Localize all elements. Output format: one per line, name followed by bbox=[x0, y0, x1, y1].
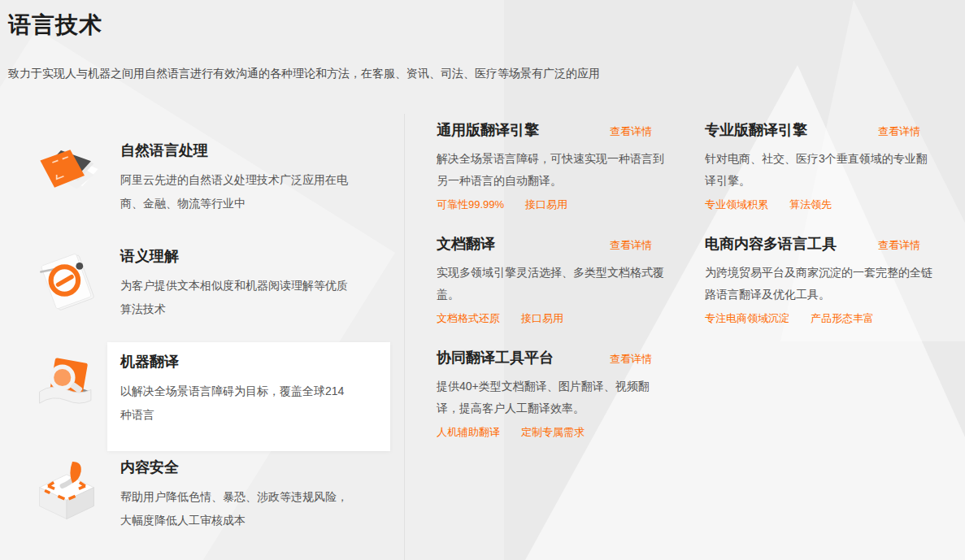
category-title: 自然语言处理 bbox=[120, 141, 377, 160]
product-header: 专业版翻译引擎 查看详情 bbox=[705, 120, 920, 140]
category-title: 语义理解 bbox=[120, 246, 377, 266]
category-desc: 为客户提供文本相似度和机器阅读理解等优质算法技术 bbox=[120, 274, 351, 321]
category-text-card: 机器翻译 以解决全场景语言障碍为目标，覆盖全球214种语言 bbox=[107, 342, 390, 451]
view-details-link[interactable]: 查看详情 bbox=[610, 352, 652, 367]
view-details-link[interactable]: 查看详情 bbox=[610, 124, 652, 139]
category-item-nlp[interactable]: 自然语言处理 阿里云先进的自然语义处理技术广泛应用在电商、金融、物流等行业中 bbox=[31, 134, 389, 240]
product-desc: 实现多领域引擎灵活选择、多类型文档格式覆盖。 bbox=[437, 262, 667, 306]
product-header: 通用版翻译引擎 查看详情 bbox=[437, 120, 652, 140]
content-safety-icon bbox=[31, 451, 120, 557]
category-title: 内容安全 bbox=[120, 458, 377, 477]
product-tag: 产品形态丰富 bbox=[811, 311, 874, 326]
product-header: 文档翻译 查看详情 bbox=[437, 234, 652, 254]
product-card-general-translation: 通用版翻译引擎 查看详情 解决全场景语言障碍，可快速实现一种语言到另一种语言的自… bbox=[437, 120, 685, 234]
product-card-ecommerce-multilingual: 电商内容多语言工具 查看详情 为跨境贸易平台及商家沉淀的一套完整的全链路语言翻译… bbox=[705, 234, 954, 348]
product-desc: 为跨境贸易平台及商家沉淀的一套完整的全链路语言翻译及优化工具。 bbox=[705, 262, 936, 306]
category-text: 自然语言处理 阿里云先进的自然语义处理技术广泛应用在电商、金融、物流等行业中 bbox=[120, 134, 377, 240]
vertical-divider bbox=[404, 114, 405, 560]
product-header: 协同翻译工具平台 查看详情 bbox=[437, 348, 652, 367]
product-title: 文档翻译 bbox=[437, 234, 495, 254]
product-desc: 提供40+类型文档翻译、图片翻译、视频翻译，提高客户人工翻译效率。 bbox=[437, 376, 667, 419]
product-title: 专业版翻译引擎 bbox=[705, 120, 807, 140]
product-title: 电商内容多语言工具 bbox=[705, 234, 837, 254]
product-title: 通用版翻译引擎 bbox=[437, 120, 539, 140]
category-text: 语义理解 为客户提供文本相似度和机器阅读理解等优质算法技术 bbox=[120, 240, 377, 345]
category-list: 自然语言处理 阿里云先进的自然语义处理技术广泛应用在电商、金融、物流等行业中 bbox=[31, 134, 389, 557]
product-tag: 专业领域积累 bbox=[705, 198, 768, 212]
product-card-collaborative-translation: 协同翻译工具平台 查看详情 提供40+类型文档翻译、图片翻译、视频翻译，提高客户… bbox=[437, 348, 685, 462]
category-desc: 帮助用户降低色情、暴恐、涉政等违规风险，大幅度降低人工审核成本 bbox=[120, 485, 351, 532]
semantic-doc-icon bbox=[31, 240, 120, 345]
view-details-link[interactable]: 查看详情 bbox=[878, 124, 920, 139]
nlp-book-icon bbox=[31, 134, 120, 240]
category-item-semantic[interactable]: 语义理解 为客户提供文本相似度和机器阅读理解等优质算法技术 bbox=[31, 240, 389, 345]
product-tag: 算法领先 bbox=[789, 198, 832, 212]
product-header: 电商内容多语言工具 查看详情 bbox=[705, 234, 920, 254]
category-item-content-safety[interactable]: 内容安全 帮助用户降低色情、暴恐、涉政等违规风险，大幅度降低人工审核成本 bbox=[31, 451, 389, 557]
category-desc: 阿里云先进的自然语义处理技术广泛应用在电商、金融、物流等行业中 bbox=[120, 168, 351, 215]
product-tags: 可靠性99.99% 接口易用 bbox=[437, 198, 685, 212]
product-desc: 解决全场景语言障碍，可快速实现一种语言到另一种语言的自动翻译。 bbox=[437, 148, 667, 192]
product-tag: 接口易用 bbox=[521, 311, 563, 326]
category-desc: 以解决全场景语言障碍为目标，覆盖全球214种语言 bbox=[120, 380, 351, 427]
product-tag: 人机辅助翻译 bbox=[437, 425, 500, 440]
page-title: 语言技术 bbox=[8, 10, 102, 41]
product-title: 协同翻译工具平台 bbox=[437, 348, 554, 367]
product-tag: 可靠性99.99% bbox=[437, 198, 504, 212]
category-item-machine-translation[interactable]: 机器翻译 以解决全场景语言障碍为目标，覆盖全球214种语言 bbox=[31, 345, 389, 451]
product-card-document-translation: 文档翻译 查看详情 实现多领域引擎灵活选择、多类型文档格式覆盖。 文档格式还原 … bbox=[437, 234, 685, 348]
category-title: 机器翻译 bbox=[120, 352, 377, 371]
product-tags: 文档格式还原 接口易用 bbox=[437, 311, 685, 326]
product-tag: 文档格式还原 bbox=[437, 311, 500, 326]
view-details-link[interactable]: 查看详情 bbox=[610, 238, 652, 253]
category-text: 内容安全 帮助用户降低色情、暴恐、涉政等违规风险，大幅度降低人工审核成本 bbox=[120, 451, 377, 557]
product-desc: 针对电商、社交、医疗3个垂直领域的专业翻译引擎。 bbox=[705, 148, 936, 192]
product-tag: 接口易用 bbox=[525, 198, 567, 212]
product-tag: 定制专属需求 bbox=[521, 425, 585, 440]
language-technology-section: 语言技术 致力于实现人与机器之间用自然语言进行有效沟通的各种理论和方法，在客服、… bbox=[0, 0, 965, 560]
product-grid: 通用版翻译引擎 查看详情 解决全场景语言障碍，可快速实现一种语言到另一种语言的自… bbox=[437, 120, 965, 462]
page-subtitle: 致力于实现人与机器之间用自然语言进行有效沟通的各种理论和方法，在客服、资讯、司法… bbox=[8, 67, 600, 81]
view-details-link[interactable]: 查看详情 bbox=[878, 238, 920, 253]
product-tags: 专业领域积累 算法领先 bbox=[705, 198, 954, 212]
product-tags: 专注电商领域沉淀 产品形态丰富 bbox=[705, 311, 954, 326]
product-tags: 人机辅助翻译 定制专属需求 bbox=[437, 425, 685, 440]
product-card-professional-translation: 专业版翻译引擎 查看详情 针对电商、社交、医疗3个垂直领域的专业翻译引擎。 专业… bbox=[705, 120, 954, 234]
product-tag: 专注电商领域沉淀 bbox=[705, 311, 789, 326]
